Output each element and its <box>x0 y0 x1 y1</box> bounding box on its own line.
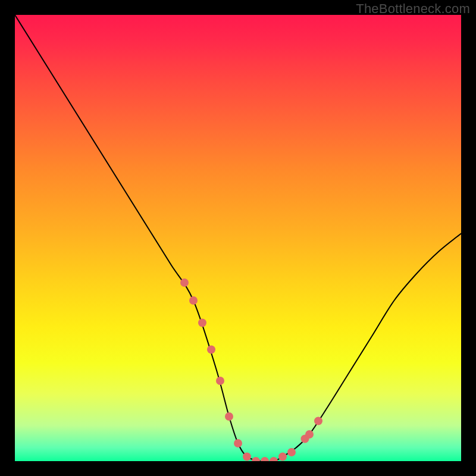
chart-frame: TheBottleneck.com <box>0 0 476 476</box>
data-marker <box>261 457 269 461</box>
data-marker <box>189 296 198 305</box>
data-marker <box>287 448 296 456</box>
highlighted-range-markers <box>180 278 322 461</box>
data-marker <box>305 430 314 439</box>
data-marker <box>180 278 189 287</box>
chart-svg <box>15 15 461 461</box>
data-marker <box>314 417 322 425</box>
data-marker <box>278 453 287 461</box>
data-marker <box>225 412 233 421</box>
bottleneck-curve <box>15 15 461 461</box>
data-marker <box>198 319 206 327</box>
data-marker <box>243 453 251 461</box>
data-marker <box>301 435 309 443</box>
data-marker <box>234 439 242 447</box>
data-marker <box>216 377 224 385</box>
data-marker <box>252 457 260 461</box>
plot-area <box>15 15 461 461</box>
data-marker <box>207 346 215 354</box>
data-marker <box>270 457 278 461</box>
